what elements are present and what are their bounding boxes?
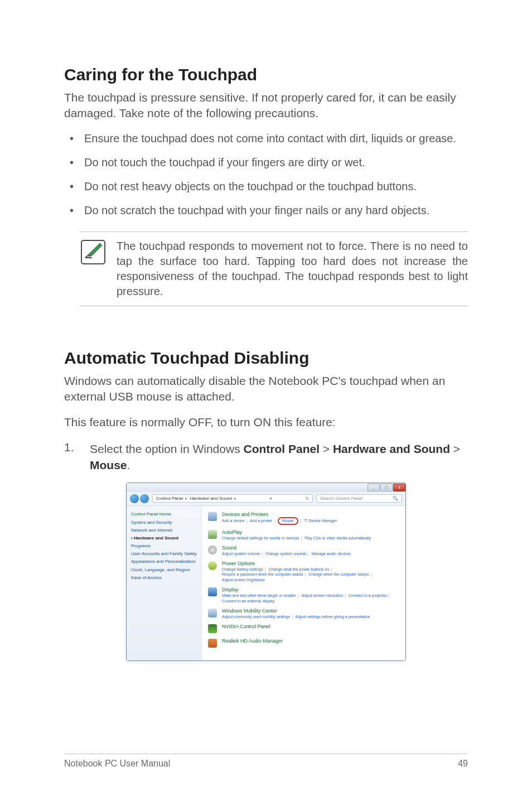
cp-title-devices[interactable]: Devices and Printers: [222, 512, 337, 518]
link-screen-brightness[interactable]: Adjust screen brightness: [222, 578, 265, 582]
shield-icon: 🛡: [304, 519, 308, 523]
link-battery[interactable]: Change battery settings: [222, 567, 263, 571]
sidebar-item-programs[interactable]: Programs: [131, 543, 197, 548]
step-number: 1.: [64, 441, 80, 474]
bullet-item: Do not rest heavy objects on the touchpa…: [64, 179, 468, 194]
link-add-printer[interactable]: Add a printer: [250, 519, 272, 523]
link-computer-sleeps[interactable]: Change when the computer sleeps: [308, 572, 369, 576]
touchpad-precautions-list: Ensure the touchpad does not come into c…: [64, 131, 468, 218]
section-heading-caring: Caring for the Touchpad: [64, 64, 468, 85]
breadcrumb-sep-icon: ▸: [234, 496, 236, 501]
section-heading-auto-disable: Automatic Touchpad Disabling: [64, 348, 468, 369]
window-titlebar: _ ▢ x: [127, 483, 405, 492]
link-system-sounds[interactable]: Change system sounds: [265, 552, 306, 556]
bullet-item: Ensure the touchpad does not come into c…: [64, 131, 468, 146]
footer-left: Notebook PC User Manual: [64, 759, 170, 769]
link-mobility-settings[interactable]: Adjust commonly used mobility settings: [222, 615, 290, 619]
search-placeholder: Search Control Panel: [320, 496, 362, 501]
devices-printers-icon: [207, 512, 217, 522]
step-text: Select the option in Windows Control Pan…: [90, 441, 468, 474]
step-dot: .: [127, 459, 130, 471]
link-text-size[interactable]: Make text and other items larger or smal…: [222, 594, 296, 597]
note-text: The touchpad responds to movement not to…: [117, 239, 468, 299]
sidebar-item-appearance[interactable]: Appearance and Personalization: [131, 559, 197, 564]
cp-title-autoplay[interactable]: AutoPlay: [222, 529, 371, 536]
cp-autoplay: AutoPlay Change default settings for med…: [207, 529, 400, 541]
link-add-device[interactable]: Add a device: [222, 519, 244, 523]
link-require-password[interactable]: Require a password when the computer wak…: [222, 572, 303, 576]
close-button[interactable]: x: [393, 484, 405, 491]
step-bold-control-panel: Control Panel: [243, 442, 320, 455]
mobility-icon: [207, 608, 217, 618]
cp-devices-printers: Devices and Printers Add a device| Add a…: [207, 512, 400, 525]
link-device-manager[interactable]: Device Manager: [309, 519, 337, 523]
sidebar-item-system-security[interactable]: System and Security: [131, 520, 197, 525]
address-bar: Control Panel ▸ Hardware and Sound ▸ ▾ ↻…: [127, 492, 405, 506]
cp-title-display[interactable]: Display: [222, 587, 391, 593]
sound-icon: [207, 545, 217, 555]
sidebar-item-network-internet[interactable]: Network and Internet: [131, 528, 197, 533]
step-pre: Select the option in Windows: [90, 442, 243, 455]
link-projector[interactable]: Connect to a projector: [349, 594, 387, 597]
realtek-icon: [207, 638, 217, 648]
breadcrumb-sep-icon: ▸: [185, 496, 187, 501]
cp-mobility-center: Windows Mobility Center Adjust commonly …: [207, 608, 400, 619]
forward-button[interactable]: [140, 494, 149, 503]
page-number: 49: [458, 759, 468, 769]
cp-title-realtek[interactable]: Realtek HD Audio Manager: [222, 638, 283, 644]
window-buttons: _ ▢ x: [367, 484, 405, 491]
sidebar-home[interactable]: Control Panel Home: [131, 512, 197, 517]
minimize-button[interactable]: _: [367, 484, 380, 491]
search-icon: 🔍: [393, 496, 398, 501]
cp-sound: Sound Adjust system volume| Change syste…: [207, 545, 400, 556]
cp-title-nvidia[interactable]: NVIDIA Control Panel: [222, 624, 270, 630]
breadcrumb[interactable]: Control Panel ▸ Hardware and Sound ▸ ▾ ↻: [152, 494, 313, 503]
cp-display: Display Make text and other items larger…: [207, 587, 400, 604]
crumb-hardware-sound[interactable]: Hardware and Sound: [190, 496, 232, 501]
link-play-cds[interactable]: Play CDs or other media automatically: [304, 536, 371, 540]
section2-intro2: This feature is normally OFF, to turn ON…: [64, 414, 468, 430]
link-audio-devices[interactable]: Manage audio devices: [312, 552, 351, 556]
control-panel-window: _ ▢ x Control Panel ▸ Hardware and Sound: [126, 483, 406, 662]
section1-intro: The touchpad is pressure sensitive. If n…: [64, 90, 468, 122]
crumb-control-panel[interactable]: Control Panel: [156, 496, 183, 501]
sidebar-item-clock-language[interactable]: Clock, Language, and Region: [131, 567, 197, 572]
refresh-icon[interactable]: ↻: [306, 496, 309, 501]
link-power-buttons[interactable]: Change what the power buttons do: [269, 567, 330, 571]
sidebar-item-hardware-sound[interactable]: Hardware and Sound: [131, 536, 197, 541]
note-block: The touchpad responds to movement not to…: [80, 231, 468, 306]
link-resolution[interactable]: Adjust screen resolution: [301, 594, 343, 597]
search-input[interactable]: Search Control Panel 🔍: [316, 494, 402, 503]
cp-title-mobility[interactable]: Windows Mobility Center: [222, 608, 370, 614]
address-dropdown-icon[interactable]: ▾: [270, 496, 272, 501]
step-bold-hardware-sound: Hardware and Sound: [333, 442, 450, 455]
link-external-display[interactable]: Connect to an external display: [222, 599, 274, 603]
sidebar-item-user-accounts[interactable]: User Accounts and Family Safety: [131, 551, 197, 556]
sidebar: Control Panel Home System and Security N…: [127, 506, 202, 661]
nvidia-icon: [207, 624, 217, 634]
note-icon: [80, 239, 107, 299]
step-bold-mouse: Mouse: [90, 459, 127, 471]
back-button[interactable]: [130, 494, 139, 503]
step-gt: >: [320, 442, 333, 455]
link-presentation-settings[interactable]: Adjust settings before giving a presenta…: [296, 615, 370, 619]
sidebar-item-ease-of-access[interactable]: Ease of Access: [131, 575, 197, 580]
section2-intro1: Windows can automatically disable the No…: [64, 373, 468, 405]
main-content: Devices and Printers Add a device| Add a…: [202, 506, 405, 661]
link-autoplay-defaults[interactable]: Change default settings for media or dev…: [222, 536, 299, 540]
cp-title-sound[interactable]: Sound: [222, 545, 351, 551]
display-icon: [207, 587, 217, 597]
page-footer: Notebook PC User Manual 49: [64, 754, 468, 769]
step-1: 1. Select the option in Windows Control …: [64, 441, 468, 474]
cp-realtek: Realtek HD Audio Manager: [207, 638, 400, 648]
cp-power-options: Power Options Change battery settings| C…: [207, 561, 400, 582]
autoplay-icon: [207, 529, 217, 539]
cp-title-power[interactable]: Power Options: [222, 561, 373, 567]
link-system-volume[interactable]: Adjust system volume: [222, 552, 260, 556]
power-icon: [207, 561, 217, 571]
maximize-button[interactable]: ▢: [380, 484, 393, 491]
nav-arrows: [130, 494, 149, 503]
step-gt: >: [450, 442, 460, 455]
cp-nvidia: NVIDIA Control Panel: [207, 624, 400, 634]
link-mouse-highlighted[interactable]: Mouse: [278, 517, 298, 524]
